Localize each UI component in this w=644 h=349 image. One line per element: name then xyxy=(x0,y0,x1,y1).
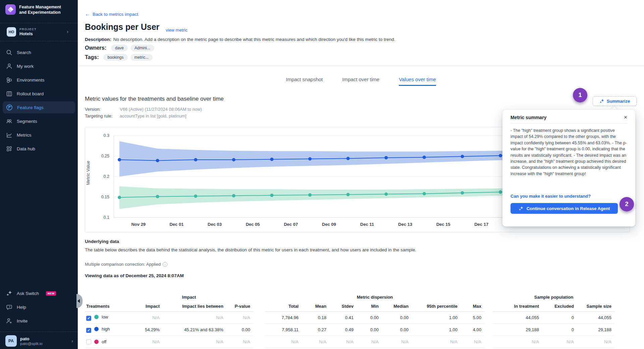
table-cell: 29,188 xyxy=(577,323,615,336)
sidebar-item-rollout-board[interactable]: Rollout board xyxy=(3,88,75,100)
sidebar-item-ask-switch[interactable]: Ask Switch NEW xyxy=(3,287,75,299)
sidebar-item-environments[interactable]: Environments xyxy=(3,74,75,86)
table-cell: 45.21% and 63.38% xyxy=(163,323,227,336)
continue-in-release-agent-button[interactable]: Continue conversation in Release Agent xyxy=(511,203,618,214)
tag-pill[interactable]: bookings xyxy=(103,54,127,61)
divider xyxy=(0,332,78,332)
column-header: Max xyxy=(461,301,485,311)
sidebar-item-feature-flags[interactable]: Feature flags xyxy=(3,101,75,113)
version-row: Version:V66 (Active) (11/27/2024 08:06AM… xyxy=(85,107,202,112)
table-cell: N/A xyxy=(302,336,330,348)
chevron-left-icon xyxy=(77,299,80,303)
chevron-right-icon: › xyxy=(67,29,68,34)
owner-pill[interactable]: Admini... xyxy=(130,45,154,51)
sparkle-icon xyxy=(599,99,604,104)
project-switcher[interactable]: HO PROJECT Hotels › xyxy=(7,27,72,37)
treatment-cell: off xyxy=(85,336,124,348)
column-header: Treatments xyxy=(85,301,124,311)
sidebar-item-segments[interactable]: Segments xyxy=(3,115,75,127)
column-header: Total xyxy=(265,301,302,311)
svg-text:Dec 09: Dec 09 xyxy=(322,222,336,227)
table-cell: N/A xyxy=(227,311,254,323)
owner-pill[interactable]: dave xyxy=(111,45,128,51)
page-title: Bookings per User xyxy=(85,22,159,32)
table-cell: N/A xyxy=(163,336,227,348)
table-cell: 0.49 xyxy=(330,323,357,336)
treatment-color-dot xyxy=(94,315,99,319)
table-cell: 0.00 xyxy=(227,323,254,336)
treatment-name: low xyxy=(102,314,108,319)
annotation-badge-1: 1 xyxy=(573,88,587,102)
summarize-button[interactable]: Summarize xyxy=(593,96,637,106)
sidebar-item-data-hub[interactable]: Data hub xyxy=(3,143,75,155)
column-header: Stdev xyxy=(330,301,357,311)
table-cell: N/A xyxy=(382,336,412,348)
user-menu[interactable]: PA pato pato@split.io › xyxy=(5,335,74,347)
table-cell: 0.00 xyxy=(357,323,382,336)
table-cell: N/A xyxy=(357,336,382,348)
underlying-data-table: ImpactMetric dispersionSample population… xyxy=(85,293,615,348)
back-link[interactable]: ←Back to metrics impact xyxy=(85,11,138,17)
search-icon xyxy=(6,49,12,56)
sidebar-item-invite[interactable]: Invite xyxy=(3,315,75,327)
svg-text:Dec 03: Dec 03 xyxy=(208,222,222,227)
tag-pill[interactable]: metric... xyxy=(130,54,153,61)
table-cell: 44,055 xyxy=(577,311,615,323)
treatment-checkbox[interactable]: ✓ xyxy=(86,328,91,333)
tab-impact-snapshot[interactable]: Impact snapshot xyxy=(286,77,323,86)
project-name: Hotels xyxy=(19,31,37,36)
targeting-rule-row: Targeting rule:accountType in list [gold… xyxy=(85,113,186,118)
tab-impact-over-time[interactable]: Impact over time xyxy=(342,77,379,86)
metric-description: Description:No description. Add a descri… xyxy=(85,37,588,42)
panel-title: Metric summary xyxy=(511,115,546,120)
rollout-board-icon xyxy=(6,91,12,97)
project-label: PROJECT xyxy=(19,28,37,31)
column-header: Min xyxy=(357,301,382,311)
view-metric-link[interactable]: view metric xyxy=(166,28,187,33)
table-cell: N/A xyxy=(227,336,254,348)
svg-text:0.3: 0.3 xyxy=(104,133,109,138)
easier-to-understand-link[interactable]: Can you make it easier to understand? xyxy=(511,194,591,199)
sidebar-item-help[interactable]: ? Help xyxy=(3,301,75,313)
group-header: Impact xyxy=(124,293,254,301)
user-avatar: PA xyxy=(5,335,17,347)
app-logo[interactable]: Feature Management and Experimentation xyxy=(5,4,69,15)
sidebar-item-my-work[interactable]: My work xyxy=(3,60,75,72)
column-header: In treatment xyxy=(493,301,542,311)
underlying-data-heading: Underlying data xyxy=(85,239,119,244)
close-icon[interactable]: × xyxy=(624,114,627,120)
column-header: Sample size xyxy=(577,301,615,311)
table-row: ✓lowN/AN/AN/A7,784.960.180.410.000.001.0… xyxy=(85,311,615,323)
table-cell: 0 xyxy=(542,323,577,336)
sidebar-collapse-handle[interactable] xyxy=(76,294,83,308)
table-cell: N/A xyxy=(461,336,485,348)
sidebar-item-metrics[interactable]: Metrics xyxy=(3,129,75,141)
sidebar-item-search[interactable]: Search xyxy=(3,46,75,58)
svg-text:Dec 13: Dec 13 xyxy=(398,222,412,227)
column-header: Median xyxy=(382,301,412,311)
table-cell: 7,784.96 xyxy=(265,311,302,323)
treatment-checkbox[interactable]: ✓ xyxy=(86,316,91,321)
table-cell: 0.00 xyxy=(357,311,382,323)
table-cell: 0.18 xyxy=(302,311,330,323)
svg-text:Dec 17: Dec 17 xyxy=(474,222,488,227)
table-cell: 0.00 xyxy=(382,311,412,323)
svg-text:0.25: 0.25 xyxy=(101,154,109,158)
table-cell: N/A xyxy=(265,336,302,348)
column-header: P-value xyxy=(227,301,254,311)
info-icon[interactable]: i xyxy=(163,262,167,267)
group-header: Sample population xyxy=(493,293,615,301)
table-group-header-row: ImpactMetric dispersionSample population xyxy=(85,293,615,301)
metrics-icon xyxy=(6,132,12,138)
y-axis-label: Metric Value xyxy=(86,153,91,193)
table-cell: N/A xyxy=(577,336,615,348)
divider xyxy=(0,23,78,23)
svg-text:Nov 29: Nov 29 xyxy=(131,222,146,227)
tab-values-over-time[interactable]: Values over time xyxy=(399,77,436,86)
invite-icon xyxy=(6,318,12,324)
annotation-badge-2: 2 xyxy=(620,197,634,211)
column-header: Impact xyxy=(124,301,163,311)
table-cell: N/A xyxy=(542,336,577,348)
treatment-checkbox[interactable] xyxy=(86,339,91,344)
segments-icon xyxy=(6,118,12,124)
